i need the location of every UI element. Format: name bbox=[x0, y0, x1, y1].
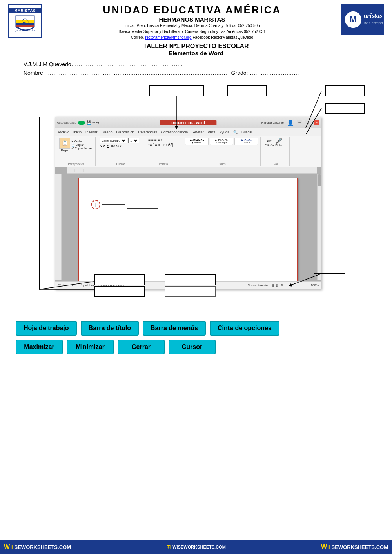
nombre-line: Nombre: ……………………………………………………………………………………… bbox=[24, 70, 368, 76]
voz-label: Voz bbox=[274, 163, 278, 165]
ribbon-edicion: ✏ Edición 🎤 Dictar Voz bbox=[262, 137, 290, 166]
strikethrough-btn[interactable]: abc bbox=[111, 145, 115, 147]
header-center: UNIDAD EDUCATIVA AMÉRICA HERMANOS MARIST… bbox=[47, 4, 337, 40]
close-icon[interactable]: ✕ bbox=[314, 120, 319, 125]
subscript-btn[interactable]: x₂ bbox=[116, 144, 119, 147]
number-icon[interactable]: 1≡ bbox=[153, 143, 157, 147]
underline-btn[interactable]: S bbox=[107, 144, 109, 148]
student-info: V.J.M.J.M Quevedo……………………………………………………. N… bbox=[0, 58, 392, 78]
chip-minimizar: Minimizar bbox=[67, 340, 114, 354]
info-line1: Inicial, Prep. Básica Elemental y Media:… bbox=[51, 23, 333, 29]
word-diagram-area: Autoguardado 💾 ↩ ↪ Documento3 - Word Nar… bbox=[24, 82, 368, 309]
label-box-top2 bbox=[227, 85, 267, 96]
menu-disposicion[interactable]: Disposición bbox=[116, 130, 134, 134]
ruler: |...|...|...|...|...|...|...|...|...|...… bbox=[67, 167, 317, 174]
institution-title: UNIDAD EDUCATIVA AMÉRICA bbox=[51, 4, 333, 16]
align-left-icon[interactable]: ≡ bbox=[148, 138, 151, 142]
menu-vista[interactable]: Vista bbox=[208, 130, 216, 134]
footer-left: W I SEWORKSHEETS.COM bbox=[4, 543, 71, 550]
scrollbar-thumb bbox=[318, 174, 321, 186]
italic-btn[interactable]: K bbox=[103, 144, 106, 148]
word-count: 1 palabra bbox=[81, 283, 94, 287]
word-doc-area: |...|...|...|...|...|...|...|...|...|...… bbox=[55, 167, 321, 287]
style-sin-espaciado[interactable]: AaBbCcDs 1 Sin espa. bbox=[210, 138, 233, 145]
superscript-btn[interactable]: x² bbox=[120, 145, 122, 147]
maximize-icon[interactable]: □ bbox=[305, 120, 311, 125]
chip-maximizar: Maximizar bbox=[16, 340, 63, 354]
word-screenshot: Autoguardado 💾 ↩ ↪ Documento3 - Word Nar… bbox=[55, 117, 321, 289]
taller-section: TALLER Nº1 PROYECTO ESCOLAR Elementos de… bbox=[0, 42, 392, 58]
menu-archivo[interactable]: Archivo bbox=[58, 130, 69, 134]
font-size-select[interactable]: 10 bbox=[128, 138, 139, 143]
menu-referencias[interactable]: Referencias bbox=[138, 130, 157, 134]
svg-text:de Champagnat: de Champagnat bbox=[364, 21, 383, 25]
search-icon[interactable]: 🔍 bbox=[233, 130, 238, 134]
dictar-btn[interactable]: 🎤 Dictar bbox=[275, 138, 282, 147]
font-family-select[interactable]: Calibri (Cuerpo) bbox=[100, 138, 127, 143]
label-box-bottom4 bbox=[165, 286, 216, 297]
indent-increase-icon[interactable]: ⇥ bbox=[162, 143, 165, 147]
label-row-2: Maximizar Minimizar Cerrar Cursor bbox=[16, 340, 376, 354]
label-box-bottom2 bbox=[165, 274, 216, 285]
style-normal[interactable]: AaBbCcDs ¶ Normal bbox=[185, 138, 209, 145]
ribbon-portapapeles: 📋 Pegar ✂ Cortar 📄 Copiar 🖊 Copiar forma… bbox=[57, 137, 96, 166]
svg-text:M: M bbox=[350, 15, 357, 24]
word-titlebar: Autoguardado 💾 ↩ ↪ Documento3 - Word Nar… bbox=[55, 117, 321, 128]
autosave-area: Autoguardado 💾 ↩ ↪ bbox=[57, 120, 99, 125]
email-link[interactable]: rectoramerica@fmsnor.org bbox=[145, 35, 192, 40]
header-info: Inicial, Prep. Básica Elemental y Media:… bbox=[51, 23, 333, 40]
ribbon-fuente: Calibri (Cuerpo) 10 N K S abc x₂ x² Fuen… bbox=[97, 137, 144, 166]
menu-inicio[interactable]: Inicio bbox=[73, 130, 82, 134]
cursor-label-box bbox=[127, 201, 158, 209]
view-buttons: ▦ ▨ 🖥 bbox=[272, 283, 283, 287]
logo-left: MARISTAS EC QUEVEDO - LOS RÍOS bbox=[8, 4, 43, 39]
justify-icon[interactable]: ≡ bbox=[158, 138, 160, 142]
paste-icon: 📋 bbox=[59, 138, 70, 149]
zoom-slider: ───────── bbox=[287, 283, 307, 287]
chip-barra-titulo: Barra de título bbox=[81, 321, 139, 336]
document-title: Documento3 - Word bbox=[160, 120, 216, 125]
menu-correspondencia[interactable]: Correspondencia bbox=[161, 130, 188, 134]
bullet-icon[interactable]: •≡ bbox=[148, 143, 152, 147]
svg-text:EC: EC bbox=[23, 21, 27, 24]
paragraph-icon[interactable]: ¶ bbox=[171, 143, 173, 147]
institution-subtitle: HERMANOS MARISTAS bbox=[51, 16, 333, 23]
concentration: Concentración bbox=[247, 283, 268, 287]
page-footer: W I SEWORKSHEETS.COM ⊞ WISEWORKSHEETS.CO… bbox=[0, 540, 392, 554]
shield-icon: EC QUEVEDO - LOS RÍOS bbox=[13, 13, 37, 35]
vjmjm-line: V.J.M.J.M Quevedo……………………………………………………. bbox=[24, 61, 368, 67]
menu-insertar[interactable]: Insertar bbox=[85, 130, 98, 134]
info-line2: Básica Media-Superior y Bachillerato: Ca… bbox=[51, 29, 333, 35]
info-line3: Correo. rectoramerica@fmsnor.org Faceboo… bbox=[51, 35, 333, 40]
edicion-btn[interactable]: ✏ Edición bbox=[265, 138, 274, 147]
scrollbar-vertical[interactable] bbox=[317, 174, 321, 280]
footer-right: W I SEWORKSHEETS.COM bbox=[321, 543, 388, 550]
chip-cerrar: Cerrar bbox=[118, 340, 165, 354]
menu-ayuda[interactable]: Ayuda bbox=[220, 130, 229, 134]
ribbon-estilos: AaBbCcDs ¶ Normal AaBbCcDs 1 Sin espa. A… bbox=[183, 137, 261, 166]
page-count: Página 1 de 1 bbox=[58, 283, 77, 287]
indent-decrease-icon[interactable]: ⇤ bbox=[158, 143, 161, 147]
minimize-icon[interactable]: ─ bbox=[297, 120, 302, 125]
style-titulo1[interactable]: AaBbCc Título 1 bbox=[234, 138, 258, 145]
label-box-top4 bbox=[325, 103, 365, 114]
label-row-1: Hoja de trabajo Barra de título Barra de… bbox=[16, 321, 376, 336]
menu-diseno[interactable]: Diseño bbox=[102, 130, 113, 134]
ribbon-parrafo: ≡ ≡ ≡ ≡ ↕ •≡ 1≡ ⇤ ⇥ ↕A ¶ Párrafo bbox=[146, 137, 181, 166]
zoom-level: 100% bbox=[311, 283, 319, 287]
left-bracket bbox=[39, 117, 55, 289]
portapapeles-label: Portapapeles bbox=[68, 163, 84, 165]
label-box-top3 bbox=[325, 85, 365, 96]
line-spacing-icon[interactable]: ↕ bbox=[161, 138, 163, 142]
sort-icon[interactable]: ↕A bbox=[166, 143, 171, 147]
cursor-arrow-line bbox=[102, 204, 125, 205]
svg-text:QUEVEDO - LOS RÍOS: QUEVEDO - LOS RÍOS bbox=[15, 29, 36, 32]
fuente-label: Fuente bbox=[116, 163, 125, 165]
align-center-icon[interactable]: ≡ bbox=[151, 138, 154, 142]
bold-btn[interactable]: N bbox=[100, 144, 102, 148]
chip-cursor: Cursor bbox=[169, 340, 216, 354]
menu-revisar[interactable]: Revisar bbox=[192, 130, 204, 134]
align-right-icon[interactable]: ≡ bbox=[154, 138, 157, 142]
menu-buscar[interactable]: Buscar bbox=[241, 130, 252, 134]
cursor-area: I bbox=[91, 200, 158, 209]
